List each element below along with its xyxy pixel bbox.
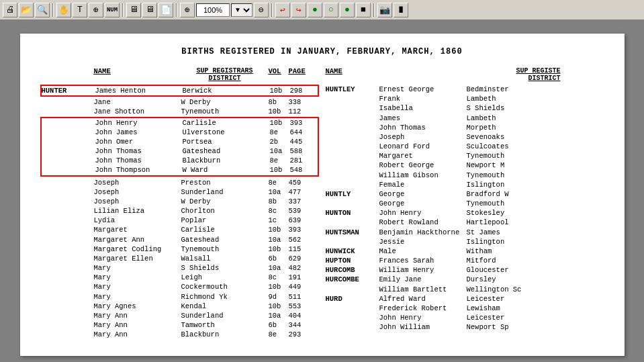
table-row: Mary Ann Sunderland 10a 404 xyxy=(40,311,319,320)
vol-cell: 10b xyxy=(270,165,290,175)
given-name-cell: John Henry xyxy=(95,118,183,128)
vol-cell: 8e xyxy=(269,178,289,187)
vol-cell: 10b xyxy=(270,118,290,128)
table-row: Female Islington xyxy=(326,180,604,189)
table-row: Mary S Shields 10a 482 xyxy=(40,263,319,273)
table-row: Mary Cockermouth 10b 449 xyxy=(40,282,319,291)
circle-green-button[interactable]: ● xyxy=(308,3,322,17)
page-button[interactable]: 📄 xyxy=(158,3,173,17)
zoom-input[interactable] xyxy=(196,3,230,17)
page-cell: 588 xyxy=(290,146,314,156)
monitor1-button[interactable]: 🖥 xyxy=(126,3,141,17)
table-row: William Gibson Tynemouth xyxy=(326,171,604,180)
circle-hollow-button[interactable]: ○ xyxy=(324,3,338,17)
page-cell: 459 xyxy=(289,178,312,187)
table-row: John Thomas Gateshead 10a 588 xyxy=(42,146,318,156)
page-cell: 644 xyxy=(290,128,314,137)
given-name-cell: John Thomas xyxy=(95,156,183,165)
family-name-cell: HUNTER xyxy=(42,86,95,95)
zoom-controls: ⊕ ▼ ⊖ xyxy=(180,3,269,17)
left-column: NAME SUP REGISTRARS DISTRICT VOL PAGE HU… xyxy=(40,67,319,339)
table-row: HURD Alfred Ward Leicester xyxy=(326,294,604,304)
text-button[interactable]: T xyxy=(73,3,87,17)
left-data: HUNTER James Henton Berwick 10b 298 Jane… xyxy=(40,85,319,339)
table-row: Margaret Carlisle 10b 393 xyxy=(40,225,319,234)
district-cell: Portsea xyxy=(183,137,270,146)
district-cell: Ulverstone xyxy=(183,128,270,137)
page-cell: 393 xyxy=(290,118,314,128)
left-name-header: NAME xyxy=(94,67,181,82)
table-row: HUNTON John Henry Stokesley xyxy=(326,208,604,218)
hand-button[interactable]: ✋ xyxy=(56,3,71,17)
table-row: Margaret Ellen Walsall 6b 629 xyxy=(40,254,319,263)
table-row: John William Newport Sp xyxy=(326,322,604,332)
table-row: Joseph W Derby 8b 337 xyxy=(40,197,319,206)
table-row: Lilian Eliza Chorlton 8c 539 xyxy=(40,206,319,216)
num-button[interactable]: NUM xyxy=(105,3,120,17)
district-cell: Tynemouth xyxy=(181,107,269,116)
zoom-out-btn[interactable]: ⊖ xyxy=(254,3,269,17)
table-row: Jessie Islington xyxy=(326,237,604,246)
page-cell: 281 xyxy=(290,156,314,165)
table-row: John Henry Leicester xyxy=(326,313,604,322)
page-title: BIRTHS REGISTERED IN JANUARY, FEBRUARY, … xyxy=(40,47,604,56)
right-header-row: NAME SUP REGISTE DISTRICT xyxy=(326,67,604,82)
zoom-rect-button[interactable]: ⊕ xyxy=(89,3,103,17)
barcode-button[interactable]: ▐▌ xyxy=(394,3,408,17)
table-row: Margaret Tynemouth xyxy=(326,151,604,161)
monitor2-button[interactable]: 🖥 xyxy=(142,3,157,17)
forward-button[interactable]: ↪ xyxy=(291,3,306,17)
left-page-header: PAGE xyxy=(289,67,312,82)
table-row: Mary Agnes Kendal 10b 553 xyxy=(40,302,319,311)
binoculars-button[interactable]: 🔍 xyxy=(35,3,50,17)
district-cell: Carlisle xyxy=(183,118,270,128)
table-row: Joseph Sevenoaks xyxy=(326,132,604,142)
open-button[interactable]: 📂 xyxy=(19,3,34,17)
vol-cell: 10b xyxy=(269,107,289,116)
document-area: BIRTHS REGISTERED IN JANUARY, FEBRUARY, … xyxy=(0,20,644,362)
camera-button[interactable]: 📷 xyxy=(377,3,392,17)
given-name-cell: James Henton xyxy=(95,86,183,95)
district-cell: W Derby xyxy=(181,97,269,107)
right-dist-header: DISTRICT xyxy=(467,75,561,82)
table-row: John James Ulverstone 8e 644 xyxy=(42,128,318,137)
table-row: Margaret Codling Tynemouth 10b 115 xyxy=(40,244,319,254)
zoom-in-btn[interactable]: ⊕ xyxy=(180,3,195,17)
table-row: John Thomas Blackburn 8e 281 xyxy=(42,156,318,165)
back-button[interactable]: ↩ xyxy=(275,3,290,17)
table-row: Isabella S Shields xyxy=(326,103,604,113)
print-button[interactable]: 🖨 xyxy=(3,3,17,17)
vol-cell: 8e xyxy=(270,128,290,137)
page-cell: 112 xyxy=(289,107,312,116)
table-row: Mary Ann Blackburn 8e 293 xyxy=(40,330,319,339)
square-button[interactable]: ■ xyxy=(356,3,371,17)
table-row: John Omer Portsea 2b 445 xyxy=(42,137,318,146)
inner-red-box: John Henry Carlisle 10b 393 John James U… xyxy=(40,117,319,177)
table-row: Leonard Ford Sculcoates xyxy=(326,142,604,151)
circle-green2-button[interactable]: ● xyxy=(340,3,355,17)
table-row: Frank Lambeth xyxy=(326,94,604,103)
right-name-header: NAME xyxy=(326,67,379,75)
table-row: John Thomas Morpeth xyxy=(326,123,604,132)
separator-4 xyxy=(271,3,273,17)
table-row: Robert Rowland Hartlepool xyxy=(326,218,604,227)
vol-cell: 2b xyxy=(270,137,290,146)
district-cell: Gateshead xyxy=(183,146,270,156)
vol-cell: 10a xyxy=(270,146,290,156)
table-row: Mary Leigh 8c 191 xyxy=(40,273,319,282)
page-cell: 298 xyxy=(290,86,314,95)
left-name-header-space xyxy=(40,67,94,82)
zoom-select[interactable]: ▼ xyxy=(231,3,252,17)
table-row: Robert George Newport M xyxy=(326,161,604,170)
right-sup-reg: SUP REGISTE xyxy=(467,67,561,75)
page-cell: 548 xyxy=(290,165,314,175)
district-cell: Blackburn xyxy=(183,156,270,165)
given-name-cell: John Thompson xyxy=(95,165,183,175)
left-sup-header: SUP REGISTRARS xyxy=(181,67,269,75)
table-row: HUNTLEY Ernest George Bedminster xyxy=(326,85,604,94)
right-column: NAME SUP REGISTE DISTRICT HUNTLEY Ernest… xyxy=(326,67,604,339)
left-dist-header: DISTRICT xyxy=(181,75,269,82)
table-row: Lydia Poplar 1c 639 xyxy=(40,216,319,225)
left-header-row: NAME SUP REGISTRARS DISTRICT VOL PAGE xyxy=(40,67,319,82)
given-name-cell: John Thomas xyxy=(95,146,183,156)
